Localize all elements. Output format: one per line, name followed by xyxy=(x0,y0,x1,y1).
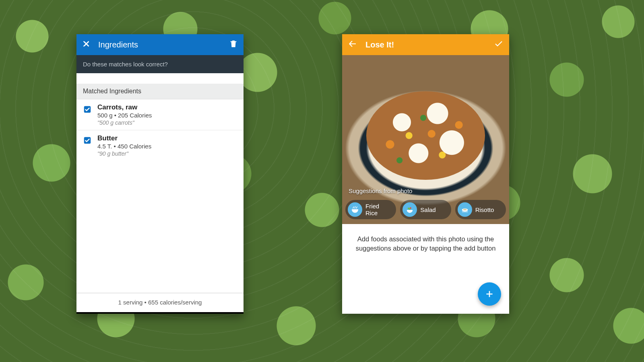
toolbar-title: Ingredients xyxy=(98,40,222,49)
checkbox-checked-icon[interactable] xyxy=(83,105,92,114)
chip-label: Fried Rice xyxy=(365,203,391,216)
ingredient-meta: 4.5 T. • 450 Calories xyxy=(97,143,151,150)
ingredient-name: Carrots, raw xyxy=(97,103,152,111)
loseit-screen: Lose It! Suggestions from photo Fried Ri… xyxy=(342,34,509,314)
photo-food xyxy=(366,91,485,180)
checkbox-checked-icon[interactable] xyxy=(83,136,92,145)
meal-photo: Suggestions from photo Fried Rice Salad … xyxy=(342,55,509,224)
back-icon[interactable] xyxy=(348,39,357,50)
plate-icon xyxy=(458,202,472,217)
close-icon[interactable] xyxy=(82,39,91,50)
section-header: Matched Ingredients xyxy=(76,84,244,99)
toolbar: Lose It! xyxy=(342,34,509,55)
suggestions-label: Suggestions from photo xyxy=(349,187,412,194)
body-area: Add foods associated with this photo usi… xyxy=(342,224,509,314)
spacer xyxy=(76,73,244,84)
ingredient-name: Butter xyxy=(97,134,151,142)
toolbar-title: Lose It! xyxy=(365,40,486,49)
myfitnesspal-screen: Ingredients Do these matches look correc… xyxy=(76,34,244,314)
confirm-icon[interactable] xyxy=(494,39,504,50)
ingredient-list: Carrots, raw 500 g • 205 Calories "500 g… xyxy=(76,99,244,161)
nav-bar-stub xyxy=(76,312,244,314)
bowl-icon xyxy=(348,202,362,217)
chip-fried-rice[interactable]: Fried Rice xyxy=(345,200,396,219)
trash-icon[interactable] xyxy=(229,39,238,50)
suggestion-chips: Fried Rice Salad Risotto xyxy=(345,200,506,219)
instruction-text: Add foods associated with this photo usi… xyxy=(350,234,501,253)
ingredient-meta: 500 g • 205 Calories xyxy=(97,112,152,119)
svg-point-4 xyxy=(409,208,411,210)
chip-salad[interactable]: Salad xyxy=(400,200,451,219)
toolbar: Ingredients xyxy=(76,34,244,55)
svg-rect-7 xyxy=(462,212,468,212)
chip-label: Risotto xyxy=(475,206,494,213)
ingredient-original: "90 g butter" xyxy=(97,150,151,157)
subheader: Do these matches look correct? xyxy=(76,55,244,73)
summary-footer: 1 serving • 655 calories/serving xyxy=(76,293,244,312)
ingredient-row[interactable]: Butter 4.5 T. • 450 Calories "90 g butte… xyxy=(76,130,244,161)
empty-space xyxy=(76,161,244,293)
add-button[interactable] xyxy=(478,282,501,306)
chip-label: Salad xyxy=(420,206,436,213)
salad-icon xyxy=(402,202,417,217)
ingredient-row[interactable]: Carrots, raw 500 g • 205 Calories "500 g… xyxy=(76,99,244,130)
ingredient-original: "500 g carrots" xyxy=(97,119,152,126)
chip-risotto[interactable]: Risotto xyxy=(455,200,506,219)
svg-point-6 xyxy=(463,209,466,210)
